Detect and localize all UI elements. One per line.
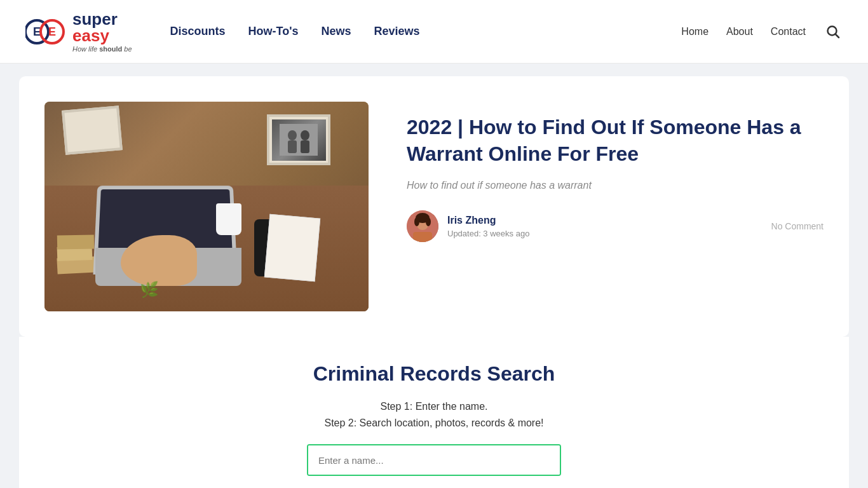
svg-point-9 <box>301 130 309 140</box>
author-details: Iris Zheng Updated: 3 weeks ago <box>447 215 529 238</box>
logo-text: super easy How life should be <box>72 11 132 53</box>
tattoo-decoration: 🌿 <box>140 281 159 299</box>
article-subtitle: How to find out if someone has a warrant <box>407 180 824 191</box>
nav-about[interactable]: About <box>726 26 753 37</box>
article-text-area: 2022 | How to Find Out If Someone Has a … <box>407 102 824 242</box>
header-right: Home About Contact <box>681 22 843 41</box>
author-updated: Updated: 3 weeks ago <box>447 229 529 238</box>
nav-news[interactable]: News <box>322 25 351 38</box>
step2-text: Step 2: Search location, photos, records… <box>44 417 824 429</box>
search-bar-container <box>44 444 824 476</box>
svg-rect-16 <box>413 232 432 242</box>
nav-contact[interactable]: Contact <box>771 26 806 37</box>
svg-line-5 <box>836 34 839 37</box>
step1-text: Step 1: Enter the name. <box>44 401 824 412</box>
svg-point-7 <box>288 130 297 140</box>
nav-discounts[interactable]: Discounts <box>170 25 226 38</box>
criminal-records-section: Criminal Records Search Step 1: Enter th… <box>19 337 849 488</box>
name-search-input[interactable] <box>308 445 560 475</box>
author-row: Iris Zheng Updated: 3 weeks ago No Comme… <box>407 210 824 242</box>
criminal-records-title: Criminal Records Search <box>44 362 824 386</box>
svg-point-14 <box>414 217 419 226</box>
search-icon <box>826 25 840 39</box>
header-left: E E super easy How life should be Discou… <box>25 11 420 53</box>
article-image: 🌿 <box>44 102 369 311</box>
main-content: 🌿 2022 | How to Find Out If Someone Has … <box>0 64 868 488</box>
author-info: Iris Zheng Updated: 3 weeks ago <box>407 210 529 242</box>
photo-frame-right <box>267 114 330 165</box>
svg-rect-10 <box>301 140 309 153</box>
search-bar <box>307 444 561 476</box>
logo-tagline: How life should be <box>72 45 132 53</box>
logo-easy: easy <box>72 26 109 45</box>
svg-rect-6 <box>280 124 318 156</box>
main-nav: Discounts How-To's News Reviews <box>170 25 420 38</box>
svg-text:E: E <box>48 25 56 38</box>
author-avatar <box>407 210 438 242</box>
site-header: E E super easy How life should be Discou… <box>0 0 868 64</box>
article-card: 🌿 2022 | How to Find Out If Someone Has … <box>19 76 849 337</box>
author-name: Iris Zheng <box>447 215 529 226</box>
logo-brand: super easy <box>72 11 132 44</box>
nav-howtos[interactable]: How-To's <box>248 25 299 38</box>
nav-home[interactable]: Home <box>681 26 709 37</box>
search-button[interactable] <box>824 22 843 41</box>
article-title: 2022 | How to Find Out If Someone Has a … <box>407 114 824 167</box>
photo-frame-left <box>62 105 123 155</box>
logo-area[interactable]: E E super easy How life should be <box>25 11 132 53</box>
nav-reviews[interactable]: Reviews <box>374 25 420 38</box>
logo-icon: E E <box>25 15 66 48</box>
svg-rect-8 <box>288 140 297 153</box>
no-comment-label: No Comment <box>771 221 824 231</box>
svg-point-15 <box>426 217 431 226</box>
